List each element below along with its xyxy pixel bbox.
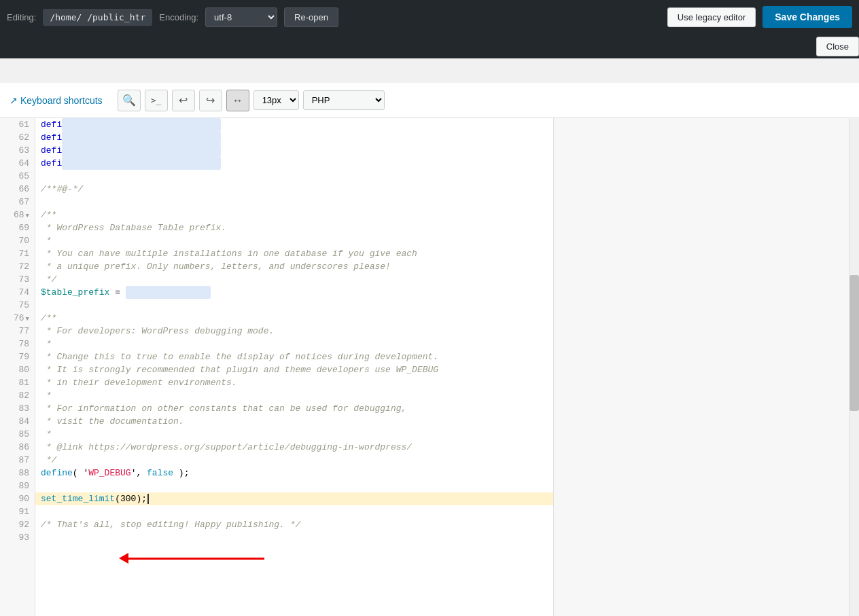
table-row: [35, 531, 553, 544]
code-content[interactable]: defi defi defi defi /**#@-*//** * WordPr…: [35, 118, 553, 616]
line-number: 82: [0, 389, 35, 402]
line-number: 92: [0, 518, 35, 531]
terminal-icon: >_: [151, 95, 162, 105]
table-row: * @link https://wordpress.org/support/ar…: [35, 441, 553, 454]
line-number: 81: [0, 376, 35, 389]
reopen-button[interactable]: Re-open: [284, 7, 338, 27]
line-number: 72: [0, 260, 35, 273]
line-number: 79: [0, 350, 35, 363]
line-number: 63: [0, 144, 35, 157]
line-number: 77: [0, 325, 35, 338]
external-link-icon: ↗: [10, 95, 18, 106]
table-row: *: [35, 338, 553, 350]
table-row: define( 'WP_DEBUG', false );: [35, 467, 553, 479]
line-number: 93: [0, 531, 35, 544]
line-number: 70: [0, 234, 35, 247]
line-number: 85: [0, 428, 35, 441]
close-button[interactable]: Close: [816, 37, 859, 56]
encoding-label: Encoding:: [159, 12, 198, 22]
line-number: 67: [0, 196, 35, 209]
table-row: * For information on other constants tha…: [35, 402, 553, 415]
line-number: 91: [0, 505, 35, 518]
top-toolbar: Editing: /home/ /public_htr Encoding: ut…: [0, 0, 859, 34]
line-number: 71: [0, 247, 35, 260]
redo-icon: ↪: [206, 94, 215, 107]
line-number: 78: [0, 338, 35, 350]
table-row: * a unique prefix. Only numbers, letters…: [35, 260, 553, 273]
table-row: [35, 505, 553, 518]
legacy-editor-button[interactable]: Use legacy editor: [667, 7, 756, 27]
line-number: 69: [0, 221, 35, 234]
table-row: [35, 479, 553, 492]
table-row: * You can have multiple installations in…: [35, 247, 553, 260]
line-number: 66: [0, 183, 35, 196]
line-number: 74: [0, 286, 35, 299]
line-number: 68: [0, 209, 35, 221]
table-row: /**: [35, 209, 553, 221]
line-number: 87: [0, 454, 35, 467]
line-number: 65: [0, 170, 35, 183]
table-row: /**#@-*/: [35, 183, 553, 196]
wrap-icon: ↔: [232, 94, 243, 107]
table-row: */: [35, 454, 553, 467]
scrollbar-track[interactable]: [849, 118, 859, 616]
line-number: 76: [0, 312, 35, 325]
line-number: 75: [0, 299, 35, 312]
table-row: /**: [35, 312, 553, 325]
table-row: */: [35, 273, 553, 286]
line-number: 89: [0, 479, 35, 492]
right-panel: [553, 118, 859, 616]
table-row: $table_prefix =: [35, 286, 553, 299]
line-number: 84: [0, 415, 35, 428]
table-row: defi: [35, 144, 553, 157]
wrap-button[interactable]: ↔: [226, 90, 249, 111]
table-row: [35, 170, 553, 183]
font-size-select[interactable]: 13px 11px 14px 16px: [253, 90, 299, 110]
file-path: /home/ /public_htr: [43, 9, 152, 26]
table-row: [35, 196, 553, 209]
undo-button[interactable]: ↩: [172, 90, 195, 111]
line-numbers: 6162636465666768697071727374757677787980…: [0, 118, 35, 616]
editing-label: Editing:: [7, 12, 36, 22]
line-number: 83: [0, 402, 35, 415]
table-row: defi: [35, 157, 553, 170]
table-row: * Change this to true to enable the disp…: [35, 350, 553, 363]
save-changes-button[interactable]: Save Changes: [762, 6, 852, 28]
table-row: set_time_limit(300);: [35, 492, 553, 505]
editor-area: 6162636465666768697071727374757677787980…: [0, 118, 859, 616]
language-select[interactable]: PHP JavaScript CSS HTML: [303, 90, 385, 110]
line-number: 90: [0, 492, 35, 505]
line-number: 64: [0, 157, 35, 170]
encoding-select[interactable]: utf-8 ISO-8859-1 UTF-16: [205, 7, 277, 27]
line-number: 80: [0, 363, 35, 376]
line-number: 88: [0, 467, 35, 479]
scrollbar-thumb[interactable]: [849, 275, 859, 411]
table-row: * For developers: WordPress debugging mo…: [35, 325, 553, 338]
line-number: 61: [0, 118, 35, 131]
table-row: * visit the documentation.: [35, 415, 553, 428]
line-number: 62: [0, 131, 35, 144]
table-row: * WordPress Database Table prefix.: [35, 221, 553, 234]
redo-button[interactable]: ↪: [199, 90, 222, 111]
table-row: *: [35, 428, 553, 441]
line-number: 73: [0, 273, 35, 286]
table-row: [35, 299, 553, 312]
search-icon: 🔍: [122, 94, 136, 107]
search-button[interactable]: 🔍: [118, 90, 141, 111]
keyboard-shortcuts-link[interactable]: ↗ Keyboard shortcuts: [10, 95, 103, 106]
editor-toolbar: ↗ Keyboard shortcuts 🔍 >_ ↩ ↪ ↔ 13px 11p…: [0, 83, 859, 118]
terminal-button[interactable]: >_: [145, 90, 168, 111]
line-number: 86: [0, 441, 35, 454]
table-row: *: [35, 389, 553, 402]
table-row: defi: [35, 118, 553, 131]
table-row: defi: [35, 131, 553, 144]
table-row: * in their development environments.: [35, 376, 553, 389]
undo-icon: ↩: [179, 94, 188, 107]
table-row: * It is strongly recommended that plugin…: [35, 363, 553, 376]
table-row: *: [35, 234, 553, 247]
table-row: /* That's all, stop editing! Happy publi…: [35, 518, 553, 531]
